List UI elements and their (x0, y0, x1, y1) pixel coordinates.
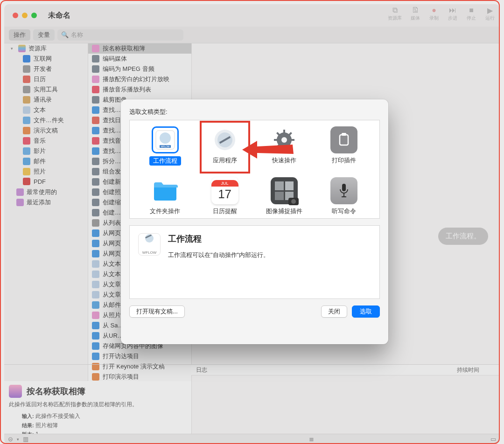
document-type-grid: WFLOW 工作流程 应用程序 快速操作 打印插件 (129, 120, 380, 219)
open-existing-button[interactable]: 打开现有文稿... (129, 305, 185, 318)
type-label: 打印插件 (332, 156, 356, 165)
svg-point-1 (160, 132, 171, 144)
image-capture-icon (271, 177, 298, 204)
type-dictation-command[interactable]: 听写命令 (314, 176, 374, 215)
type-calendar-alarm[interactable]: JUL17 日历提醒 (195, 176, 255, 215)
calendar-icon: JUL17 (211, 177, 238, 204)
type-image-capture-plugin[interactable]: 图像捕捉插件 (255, 176, 315, 215)
type-label: 图像捕捉插件 (266, 207, 302, 215)
close-button[interactable]: 关闭 (321, 305, 347, 318)
type-workflow[interactable]: WFLOW 工作流程 (135, 125, 195, 166)
svg-rect-19 (342, 184, 346, 191)
dialog-title: 选取文稿类型: (129, 108, 380, 116)
choose-button[interactable]: 选取 (352, 305, 380, 318)
workflow-icon: WFLOW (152, 126, 179, 153)
microphone-icon (330, 177, 357, 204)
svg-rect-9 (283, 130, 285, 133)
type-label: 日历提醒 (213, 207, 237, 215)
document-type-dialog: 选取文稿类型: WFLOW 工作流程 应用程序 快速操作 打印插件 (121, 99, 388, 344)
desc-text: 工作流程可以在"自动操作"内部运行。 (168, 251, 269, 259)
annotation-arrow (242, 137, 294, 163)
type-label: 工作流程 (149, 156, 181, 166)
type-description-box: WFLOW 工作流程 工作流程可以在"自动操作"内部运行。 (129, 225, 380, 299)
workflow-doc-icon: WFLOW (138, 233, 161, 256)
desc-title: 工作流程 (168, 233, 269, 244)
type-label: 文件夹操作 (150, 207, 180, 215)
type-label: 听写命令 (332, 207, 356, 215)
type-folder-action[interactable]: 文件夹操作 (135, 176, 195, 215)
type-print-plugin[interactable]: 打印插件 (314, 125, 374, 166)
svg-text:WFLOW: WFLOW (161, 145, 169, 148)
folder-icon (152, 177, 179, 204)
printer-icon (330, 126, 357, 153)
svg-rect-18 (342, 133, 346, 136)
svg-rect-17 (340, 135, 348, 145)
svg-marker-24 (242, 141, 294, 159)
